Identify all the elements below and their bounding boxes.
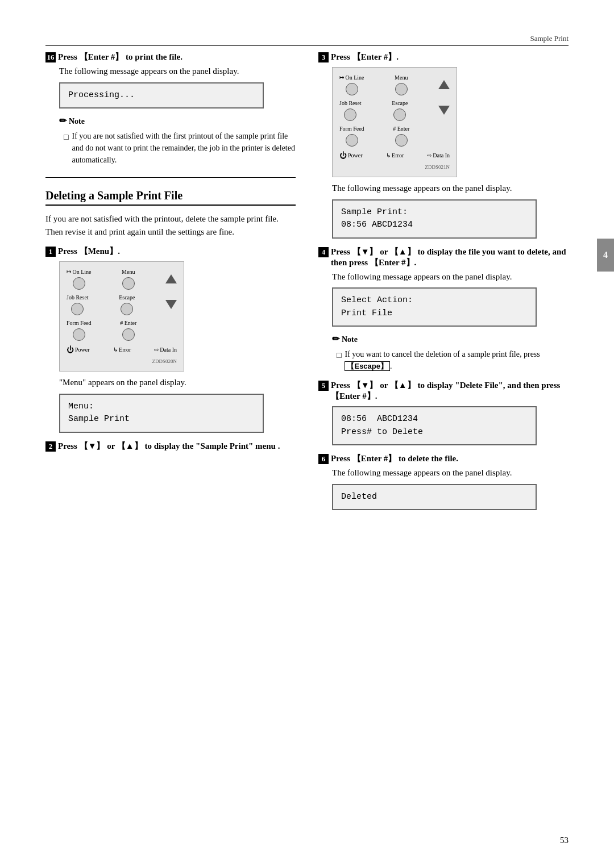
step-2-heading: 2 Press 【▼】 or 【▲】 to display the "Sampl… [45, 441, 296, 452]
power-group-2: ⏻ Power [339, 150, 363, 161]
jobreset-group-2: Job Reset [339, 99, 362, 121]
power-group: ⏻ Power [67, 344, 90, 356]
step-3-block: 3 Press 【Enter #】. ↦ On Line [318, 52, 569, 239]
note-icon-16: ✏ [59, 114, 67, 128]
step-6-label: Press 【Enter #】 to delete the file. [331, 453, 458, 464]
step-6-heading: 6 Press 【Enter #】 to delete the file. [318, 453, 569, 464]
up-arrow-1 [165, 274, 177, 283]
note-label-4: ✏ Note [332, 332, 569, 346]
step-4-body: The following message appears on the pan… [332, 270, 569, 373]
menu-btn-2 [395, 83, 408, 95]
menu-group-2: Menu [395, 73, 408, 95]
section-separator [45, 177, 296, 178]
escape-label-2: Escape [392, 99, 408, 107]
page-header: Sample Print [45, 34, 569, 46]
step-6-caption: The following message appears on the pan… [332, 466, 569, 479]
page-container: Sample Print 4 16 Press 【Enter #】 to pri… [0, 0, 614, 868]
menu-group: Menu [122, 268, 135, 290]
escape-group: Escape [119, 293, 135, 315]
step-16-caption: The following message appears on the pan… [59, 65, 296, 78]
note-icon-4: ✏ [332, 332, 339, 346]
escape-btn [121, 303, 133, 315]
hashenter-btn-2 [395, 134, 408, 147]
menu-label: Menu [122, 268, 135, 276]
panel-row-2b: Job Reset Escape [339, 99, 450, 121]
menu-label-2: Menu [395, 73, 408, 82]
panel-row-3: Form Feed # Enter [67, 319, 177, 341]
step-3-num: 3 [318, 52, 329, 62]
note-label-16: ✏ Note [59, 114, 296, 128]
left-column: 16 Press 【Enter #】 to print the file. Th… [45, 52, 296, 518]
right-column: 3 Press 【Enter #】. ↦ On Line [318, 52, 569, 518]
step-1-label: Press 【Menu】. [58, 246, 120, 257]
jobreset-label: Job Reset [67, 293, 89, 302]
panel-row-2c: Form Feed # Enter [339, 124, 450, 147]
note-body-16: □ If you are not satisfied with the firs… [64, 130, 296, 166]
formfeed-btn-2 [346, 134, 358, 147]
panel-bottom-2: ⏻ Power ↳ Error ⇨ Data In [339, 150, 450, 161]
step-16-label: Press 【Enter #】 to print the file. [58, 52, 182, 62]
online-btn [73, 277, 85, 290]
step-4-heading: 4 Press 【▼】 or 【▲】 to display the file y… [318, 247, 569, 268]
error-group-2: ↳ Error [386, 151, 404, 160]
step-2-num: 2 [45, 441, 56, 452]
hashenter-label: # Enter [120, 319, 136, 327]
step-16-num: 16 [45, 52, 56, 62]
step-4-lcd: Select Action: Print File [332, 287, 537, 327]
online-label-2: ↦ On Line [339, 73, 364, 82]
step-6-num: 6 [318, 454, 329, 464]
page-number: 53 [560, 836, 569, 845]
down-arrow-2 [438, 106, 450, 115]
diagram-id-1: ZDDS020N [67, 358, 177, 366]
step-1-block: 1 Press 【Menu】. ↦ On Line [45, 246, 296, 433]
formfeed-btn [73, 328, 85, 341]
escape-kbd: 【Escape】 [345, 361, 390, 371]
checkbox-16: □ [64, 131, 68, 143]
step-16-note: ✏ Note □ If you are not satisfied with t… [59, 114, 296, 166]
panel-diagram-2: ↦ On Line Menu [332, 67, 569, 177]
step-5-body: 08:56 ABCD1234 Press# to Delete [332, 406, 569, 445]
hashenter-group: # Enter [120, 319, 136, 341]
escape-label: Escape [119, 293, 135, 302]
menu-btn [122, 277, 135, 290]
up-arrow-2 [438, 80, 450, 89]
step-6-block: 6 Press 【Enter #】 to delete the file. Th… [318, 453, 569, 510]
escape-btn-2 [393, 108, 406, 121]
panel-diagram-box-2: ↦ On Line Menu [332, 67, 457, 177]
step-5-heading: 5 Press 【▼】 or 【▲】 to display "Delete Fi… [318, 380, 569, 402]
panel-row-2a: ↦ On Line Menu [339, 73, 450, 95]
step-16-lcd: Processing... [59, 82, 264, 109]
jobreset-btn-2 [344, 108, 356, 121]
panel-row-2: Job Reset Escape [67, 293, 177, 315]
step-2-block: 2 Press 【▼】 or 【▲】 to display the "Sampl… [45, 441, 296, 452]
step-4-note: ✏ Note □ If you want to cancel the delet… [332, 332, 569, 372]
section-intro: If you are not satisfied with the printo… [45, 212, 296, 238]
jobreset-group: Job Reset [67, 293, 89, 315]
step-1-body: ↦ On Line Menu [59, 261, 296, 433]
step-1-heading: 1 Press 【Menu】. [45, 246, 296, 257]
jobreset-label-2: Job Reset [339, 99, 362, 107]
two-col-layout: 16 Press 【Enter #】 to print the file. Th… [45, 52, 569, 518]
panel-row-1: ↦ On Line Menu [67, 268, 177, 290]
jobreset-btn [71, 303, 84, 315]
step-3-caption: The following message appears on the pan… [332, 182, 569, 195]
chapter-tab: 4 [597, 239, 614, 272]
step-3-lcd: Sample Print: 08:56 ABCD1234 [332, 199, 537, 239]
formfeed-group: Form Feed [67, 319, 92, 341]
online-group: ↦ On Line [67, 268, 92, 290]
header-title: Sample Print [530, 34, 569, 43]
step-1-lcd: Menu: Sample Print [59, 394, 264, 433]
formfeed-label: Form Feed [67, 319, 92, 327]
datain-group: ⇨ Data In [154, 345, 177, 354]
diagram-id-2: ZDDS021N [339, 164, 450, 172]
panel-bottom-1: ⏻ Power ↳ Error ⇨ Data In [67, 344, 177, 356]
step-3-label: Press 【Enter #】. [331, 52, 399, 62]
step-1-num: 1 [45, 247, 56, 257]
hashenter-btn [122, 328, 135, 341]
step-5-label: Press 【▼】 or 【▲】 to display "Delete File… [331, 380, 569, 402]
step-2-label: Press 【▼】 or 【▲】 to display the "Sample … [58, 441, 280, 452]
checkbox-4: □ [337, 349, 341, 361]
step-3-body: ↦ On Line Menu [332, 67, 569, 239]
step-5-lcd: 08:56 ABCD1234 Press# to Delete [332, 406, 537, 445]
online-btn-2 [346, 83, 358, 95]
